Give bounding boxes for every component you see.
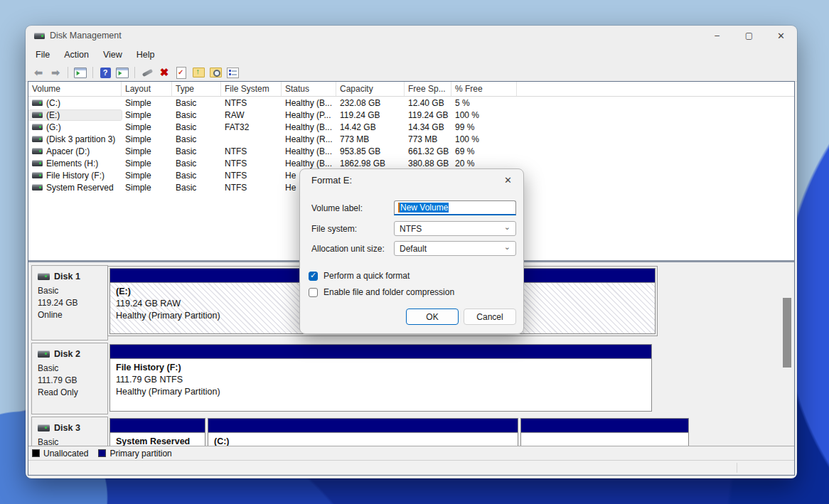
column-header-filler	[517, 82, 794, 96]
volume-row-c[interactable]: (C:) SimpleBasic NTFSHealthy (B... 232.0…	[28, 97, 794, 109]
volume-row-elements-h[interactable]: Elements (H:) SimpleBasic NTFSHealthy (B…	[28, 157, 794, 169]
volume-row-apacer-d[interactable]: Apacer (D:) SimpleBasic NTFSHealthy (B..…	[28, 145, 794, 157]
partition-header-bar	[521, 419, 688, 433]
title-bar[interactable]: Disk Management – ▢ ✕	[26, 26, 797, 45]
quick-format-checkbox[interactable]	[309, 272, 318, 281]
dialog-close-icon[interactable]: ✕	[500, 173, 516, 187]
menu-bar: File Action View Help	[26, 45, 797, 64]
volume-icon	[32, 172, 43, 178]
compression-checkbox[interactable]	[309, 288, 318, 297]
column-header-layout[interactable]: Layout	[122, 82, 172, 96]
menu-file[interactable]: File	[28, 48, 57, 62]
volume-row-e-selected[interactable]: (E:) SimpleBasic RAWHealthy (P... 119.24…	[28, 109, 794, 121]
folder-explore-icon[interactable]	[208, 66, 223, 79]
allocation-unit-select[interactable]: Default ⌄	[394, 241, 516, 256]
disk2-label[interactable]: Disk 2 Basic 111.79 GB Read Only	[31, 343, 108, 414]
chevron-down-icon: ⌄	[504, 222, 510, 232]
disk-icon	[38, 273, 50, 280]
volume-icon	[32, 112, 43, 118]
partition-system-reserved[interactable]: System Reserved	[109, 418, 205, 446]
volume-icon	[32, 148, 43, 154]
volume-list-header: Volume Layout Type File System Status Ca…	[28, 82, 794, 97]
volume-icon	[32, 100, 43, 106]
disk1-label[interactable]: Disk 1 Basic 119.24 GB Online	[31, 265, 108, 341]
desktop: Disk Management – ▢ ✕ File Action View H…	[0, 0, 829, 504]
toolbar-separator	[68, 67, 68, 78]
minimize-button[interactable]: –	[701, 26, 733, 45]
delete-volume-icon[interactable]: ✖	[157, 66, 171, 79]
disk-row-2: Disk 2 Basic 111.79 GB Read Only File Hi…	[31, 343, 794, 414]
file-system-select[interactable]: NTFS ⌄	[394, 221, 516, 236]
action-pane-icon[interactable]	[115, 66, 129, 79]
allocation-row: Allocation unit size: Default ⌄	[311, 241, 516, 256]
volume-label-input[interactable]: New Volume	[394, 200, 516, 215]
partition-header-bar	[110, 419, 205, 433]
legend-unallocated: Unallocated	[32, 449, 88, 459]
compression-label: Enable file and folder compression	[323, 287, 454, 297]
quick-format-row: Perform a quick format	[309, 271, 523, 281]
disk3-label[interactable]: Disk 3 Basic	[31, 417, 108, 446]
partition-file-history-f[interactable]: File History (F:) 111.79 GB NTFS Healthy…	[109, 344, 652, 412]
dialog-title: Format E:	[311, 175, 352, 186]
format-dialog: Format E: ✕ Volume label: New Volume Fil…	[299, 168, 524, 334]
dialog-title-bar[interactable]: Format E: ✕	[300, 169, 523, 191]
primary-partition-swatch	[98, 449, 106, 457]
back-icon[interactable]: ⬅	[31, 66, 46, 79]
legend-bar: Unallocated Primary partition	[28, 446, 794, 460]
disk-icon	[38, 350, 50, 358]
column-header-free-space[interactable]: Free Sp...	[405, 82, 451, 96]
menu-view[interactable]: View	[96, 48, 129, 62]
close-button[interactable]: ✕	[765, 26, 797, 45]
file-system-label: File system:	[311, 224, 394, 234]
selected-text: New Volume	[398, 203, 449, 213]
column-header-pct-free[interactable]: % Free	[451, 82, 517, 96]
volume-icon	[32, 136, 43, 142]
column-header-capacity[interactable]: Capacity	[336, 82, 405, 96]
volume-icon	[32, 184, 43, 191]
ok-button[interactable]: OK	[406, 309, 459, 325]
column-header-type[interactable]: Type	[172, 82, 221, 96]
quick-format-label: Perform a quick format	[323, 271, 410, 281]
toolbar-separator	[92, 67, 93, 78]
volume-row-g[interactable]: (G:) SimpleBasic FAT32Healthy (B... 14.4…	[28, 121, 794, 133]
volume-row-disk3-partition3[interactable]: (Disk 3 partition 3) SimpleBasic Healthy…	[28, 133, 794, 145]
disk-icon	[38, 424, 50, 431]
help-icon[interactable]: ?	[98, 66, 112, 79]
file-system-row: File system: NTFS ⌄	[311, 221, 516, 236]
compression-row: Enable file and folder compression	[309, 287, 523, 297]
toolbar-separator	[134, 67, 135, 78]
volume-label-row: Volume label: New Volume	[311, 200, 516, 215]
column-header-status[interactable]: Status	[282, 82, 336, 96]
forward-icon[interactable]: ➡	[48, 66, 63, 79]
partition-c[interactable]: (C:)	[208, 418, 518, 446]
volume-label-label: Volume label:	[311, 203, 394, 213]
maximize-button[interactable]: ▢	[733, 26, 765, 45]
partition-header-bar	[208, 419, 518, 433]
folder-open-icon[interactable]	[191, 66, 205, 79]
vertical-scrollbar-thumb[interactable]	[783, 298, 791, 368]
cancel-button[interactable]: Cancel	[464, 309, 516, 325]
app-icon	[34, 33, 45, 39]
window-title: Disk Management	[50, 31, 122, 41]
allocation-label: Allocation unit size:	[311, 244, 394, 254]
partition-header-bar	[110, 345, 651, 359]
column-header-file-system[interactable]: File System	[221, 82, 282, 96]
tool-icon[interactable]	[140, 66, 154, 79]
console-tree-icon[interactable]	[73, 66, 87, 79]
partition-disk3-extra[interactable]	[520, 418, 689, 446]
volume-icon	[32, 124, 43, 130]
toolbar: ⬅ ➡ ? ✖	[26, 64, 797, 82]
status-bar-divider	[737, 463, 737, 473]
properties-icon[interactable]	[225, 66, 240, 79]
task-check-icon[interactable]	[174, 66, 188, 79]
status-bar	[28, 460, 794, 475]
disk-row-3: Disk 3 Basic System Reserved (C:)	[31, 417, 794, 446]
menu-action[interactable]: Action	[57, 48, 96, 62]
chevron-down-icon: ⌄	[504, 242, 510, 252]
unallocated-swatch	[32, 449, 40, 457]
column-header-volume[interactable]: Volume	[28, 82, 122, 96]
legend-primary-partition: Primary partition	[98, 449, 171, 459]
menu-help[interactable]: Help	[129, 48, 162, 62]
volume-icon	[32, 160, 43, 166]
